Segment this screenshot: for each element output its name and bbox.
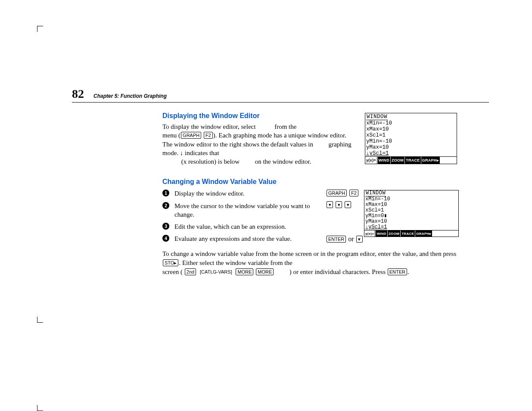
- lcd-line: xMin=-10: [366, 120, 392, 126]
- calculator-screen-1: WINDOW xMin=-10 xMax=10 xScl=1 yMin=-10 …: [365, 113, 457, 164]
- crop-mark: [37, 26, 43, 26]
- lcd-menu-item: WIND: [376, 230, 387, 237]
- text: . Either select the window variable from…: [179, 259, 292, 266]
- key-catlg-vars: [CATLG-VARS]: [199, 269, 233, 275]
- lcd-line: xMin=-10: [365, 196, 390, 202]
- lcd-line: xScl=1: [365, 207, 384, 213]
- key-f2: F2: [349, 190, 358, 196]
- lcd-menu-item: WIND: [378, 157, 390, 164]
- lcd-line: xMax=10: [366, 126, 389, 132]
- bullet-icon: 1: [162, 190, 169, 196]
- key-down-icon: ▾: [356, 236, 363, 243]
- key-down-icon: ▾: [327, 201, 333, 208]
- lcd-menu-item: TRACE: [401, 230, 415, 237]
- text: .: [408, 268, 409, 275]
- lcd-menu-bar: y(x)= WIND ZOOM TRACE GRAPH▸: [364, 230, 458, 237]
- bullet-icon: 2: [162, 202, 169, 209]
- page-header: 82 Chapter 5: Function Graphing: [72, 87, 489, 103]
- text: To change a window variable value from t…: [162, 250, 456, 257]
- lcd-line: yMax=10: [365, 218, 387, 224]
- text: or: [346, 235, 355, 243]
- section-heading-changing: Changing a Window Variable Value: [162, 178, 460, 186]
- lcd-menu-item: ZOOM: [388, 230, 400, 237]
- key-graph: GRAPH: [327, 190, 347, 196]
- key-enter: ENTER: [327, 236, 346, 243]
- step2-keys: ▾ ▾ ▾: [326, 201, 352, 209]
- crop-mark: [37, 322, 43, 323]
- key-sto: STO▸: [163, 259, 178, 266]
- crop-mark: [37, 317, 37, 323]
- lcd-line: xScl=1: [366, 132, 386, 138]
- lcd-line: yMin=0▮: [365, 213, 387, 219]
- lcd-line: xMax=10: [365, 202, 387, 208]
- steps-list: 1Display the window editor. 2Move the cu…: [162, 189, 321, 243]
- crop-mark: [37, 26, 37, 32]
- text: To display the window editor, select: [162, 123, 256, 130]
- section1-paragraph: To display the window editor, select fro…: [162, 122, 352, 166]
- bottom-paragraph: To change a window variable value from t…: [162, 249, 464, 277]
- lcd-line: yMax=10: [366, 144, 389, 150]
- lcd-line: yMin=-10: [366, 138, 392, 144]
- key-more: MORE: [256, 268, 274, 275]
- text: menu (: [162, 132, 180, 139]
- lcd-menu-item: ZOOM: [391, 157, 404, 164]
- lcd-title: WINDOW: [365, 190, 386, 196]
- lcd-menu-item: y(x)=: [364, 230, 375, 237]
- step-text: Display the window editor.: [174, 190, 244, 197]
- crop-mark: [37, 405, 37, 411]
- step-2: 2Move the cursor to the window variable …: [162, 202, 321, 219]
- key-f2: F2: [204, 132, 213, 139]
- text: ) or enter individual characters. Press: [289, 268, 387, 275]
- text: (x resolution) is below: [181, 158, 240, 165]
- lcd-menu-item: y(x)=: [365, 157, 377, 164]
- lcd-menu-item: TRACE: [405, 157, 421, 164]
- step-1: 1Display the window editor.: [162, 189, 321, 198]
- step-3: 3Edit the value, which can be an express…: [162, 222, 321, 231]
- step-4: 4Evaluate any expressions and store the …: [162, 234, 321, 243]
- lcd-line: ↓yScl=1: [366, 150, 389, 156]
- key-down-icon: ▾: [336, 201, 342, 208]
- calculator-screen-2: WINDOW xMin=-10 xMax=10 xScl=1 yMin=0▮ y…: [364, 190, 459, 237]
- page-number: 82: [72, 87, 84, 101]
- key-down-icon: ▾: [345, 201, 351, 208]
- key-enter: ENTER: [388, 268, 407, 275]
- step4-keys: ENTER or ▾: [326, 235, 363, 243]
- lcd-menu-item: GRAPH▸: [421, 157, 440, 164]
- step-text: Move the cursor to the window variable y…: [174, 202, 310, 218]
- key-graph: GRAPH: [181, 132, 201, 139]
- text: on the window editor.: [255, 158, 311, 165]
- lcd-menu-item: GRAPH▸: [415, 230, 432, 237]
- lcd-title: WINDOW: [366, 114, 388, 120]
- step-text: Edit the value, which can be an expressi…: [174, 223, 286, 230]
- key-2nd: 2nd: [185, 268, 196, 275]
- chapter-title: Chapter 5: Function Graphing: [93, 93, 167, 99]
- lcd-line: ↓yScl=1: [365, 224, 387, 230]
- bullet-icon: 4: [162, 235, 169, 242]
- text: screen (: [162, 268, 184, 275]
- lcd-menu-bar: y(x)= WIND ZOOM TRACE GRAPH▸: [365, 156, 457, 164]
- bullet-icon: 3: [162, 223, 169, 230]
- step1-keys: GRAPH F2: [326, 189, 359, 197]
- text: from the: [274, 123, 296, 130]
- step-text: Evaluate any expressions and store the v…: [174, 235, 292, 242]
- key-more: MORE: [236, 268, 253, 275]
- main-content: Displaying the Window Editor To display …: [162, 112, 460, 277]
